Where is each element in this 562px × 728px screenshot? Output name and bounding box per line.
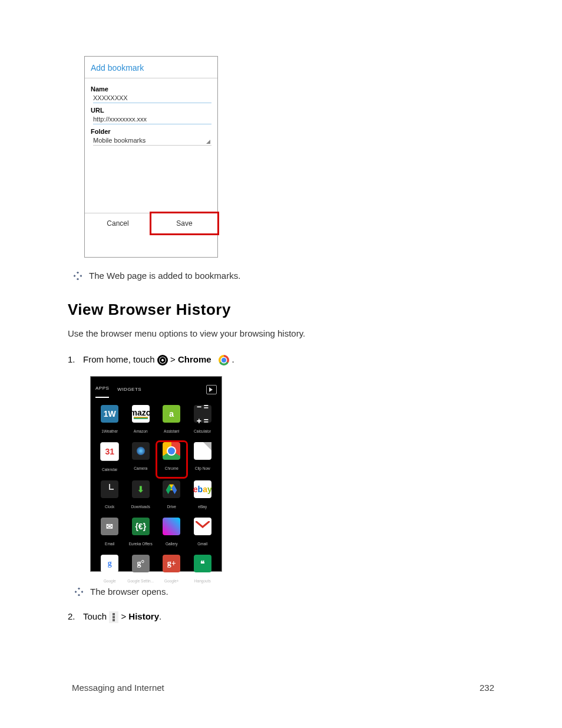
footer-section: Messaging and Internet <box>72 683 164 693</box>
page-footer: Messaging and Internet 232 <box>72 683 494 693</box>
app-gallery[interactable]: Gallery <box>157 518 186 551</box>
app-google-settings[interactable]: g°Google Settin... <box>127 555 156 588</box>
chrome-icon <box>219 355 229 365</box>
app-amazon[interactable]: amazonAmazon <box>127 405 156 439</box>
svg-rect-0 <box>77 272 79 274</box>
shop-icon[interactable] <box>206 385 217 394</box>
app-email[interactable]: ✉Email <box>95 518 124 551</box>
url-label: URL <box>91 107 211 114</box>
step-1: From home, touch > Chrome . APPS WIDGETS… <box>68 353 494 599</box>
app-calculator[interactable]: − =+ =Calculator <box>189 405 217 439</box>
folder-select[interactable]: Mobile bookmarks <box>93 137 211 146</box>
result-note: The Web page is added to bookmarks. <box>74 271 494 281</box>
app-hangouts[interactable]: ❝Hangouts <box>189 555 217 588</box>
section-heading: View Browser History <box>68 301 494 319</box>
app-chrome[interactable]: Chrome <box>157 442 186 477</box>
tab-apps[interactable]: APPS <box>95 381 109 398</box>
save-button[interactable]: Save <box>150 212 219 235</box>
apps-grid-icon <box>157 355 168 365</box>
app-ebay[interactable]: ebayeBay <box>189 480 217 514</box>
app-google-plus[interactable]: g+Google+ <box>157 555 186 588</box>
add-bookmark-panel: Add bookmark Name XXXXXXXX URL http://xx… <box>84 56 218 258</box>
app-clock[interactable]: Clock <box>95 480 124 514</box>
app-eureka[interactable]: {€}Eureka Offers <box>127 518 156 551</box>
app-downloads[interactable]: ⬇Downloads <box>127 480 156 514</box>
svg-rect-2 <box>74 274 76 276</box>
app-calendar[interactable]: 31Calendar <box>95 442 124 477</box>
app-clipnow[interactable]: Clip Now <box>189 442 217 477</box>
footer-page-number: 232 <box>480 683 494 693</box>
cancel-button[interactable]: Cancel <box>85 213 151 233</box>
svg-rect-8 <box>78 588 80 590</box>
app-assistant[interactable]: aAssistant <box>157 405 186 439</box>
app-camera[interactable]: Camera <box>127 442 156 477</box>
overflow-menu-icon <box>109 611 118 623</box>
apps-drawer-panel: APPS WIDGETS 1W1Weather amazonAmazon aAs… <box>90 376 222 572</box>
dropdown-corner-icon <box>206 140 210 144</box>
svg-rect-11 <box>81 591 83 593</box>
name-label: Name <box>91 85 211 93</box>
svg-rect-3 <box>80 274 82 276</box>
diamond-bullet-icon <box>74 272 82 280</box>
svg-rect-10 <box>75 591 77 593</box>
bookmark-title: Add bookmark <box>85 57 217 78</box>
folder-label: Folder <box>91 128 211 135</box>
svg-rect-9 <box>78 594 80 596</box>
app-gmail[interactable]: Gmail <box>189 518 217 551</box>
app-google[interactable]: gGoogle <box>95 555 124 588</box>
svg-rect-1 <box>77 278 79 280</box>
intro-text: Use the browser menu options to view you… <box>68 327 494 340</box>
diamond-bullet-icon <box>75 588 83 596</box>
app-drive[interactable]: Drive <box>157 480 186 514</box>
tab-widgets[interactable]: WIDGETS <box>117 383 141 397</box>
url-field[interactable]: http://xxxxxxxx.xxx <box>93 116 211 124</box>
name-field[interactable]: XXXXXXXX <box>93 94 211 103</box>
app-1weather[interactable]: 1W1Weather <box>95 405 124 439</box>
result-note-2: The browser opens. <box>75 585 494 599</box>
step-2: Touch > History. <box>68 610 494 624</box>
